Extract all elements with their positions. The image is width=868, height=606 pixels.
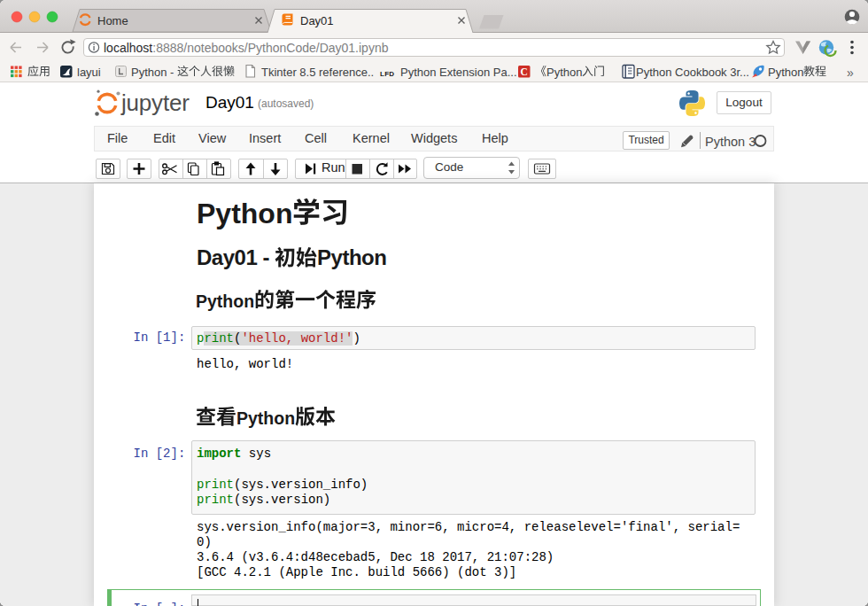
svg-text:C: C [521, 66, 528, 77]
